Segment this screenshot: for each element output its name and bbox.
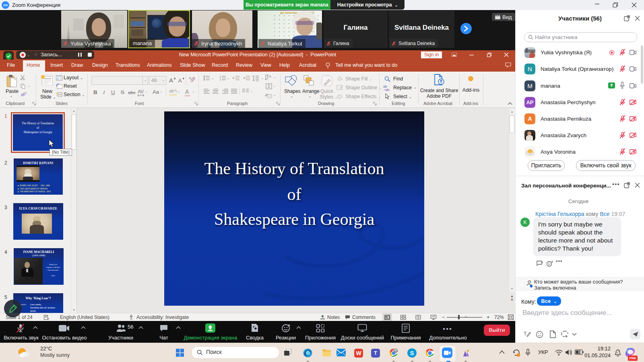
svg-text:⇢ac: ⇢ac bbox=[383, 88, 390, 91]
svg-text:3: 3 bbox=[220, 79, 221, 81]
svg-text:A: A bbox=[189, 76, 191, 80]
svg-text:T: T bbox=[524, 331, 527, 337]
svg-text:A: A bbox=[269, 74, 271, 78]
